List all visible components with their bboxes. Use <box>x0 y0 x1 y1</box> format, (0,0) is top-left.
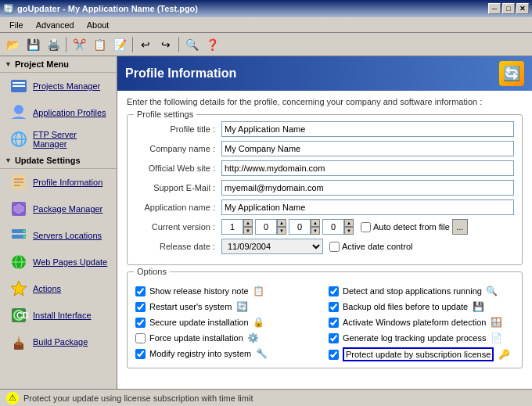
profile-title-input[interactable] <box>221 121 514 137</box>
version-down-1[interactable]: ▼ <box>243 227 253 235</box>
build-package-label: Build Package <box>33 337 88 347</box>
secure-update-label: Secure update installation <box>149 318 249 327</box>
restart-system-checkbox[interactable] <box>135 302 146 312</box>
project-menu-arrow: ▼ <box>5 60 12 68</box>
detect-stop-icon: 🔍 <box>486 285 498 297</box>
projects-manager-label: Projects Manager <box>33 81 100 91</box>
secure-update-checkbox[interactable] <box>135 318 146 328</box>
project-menu-header[interactable]: ▼ Project Menu <box>0 56 117 73</box>
install-interface-icon: CD <box>9 306 28 325</box>
ftp-server-icon <box>9 130 28 149</box>
minimize-button[interactable]: ─ <box>488 3 501 14</box>
svg-point-15 <box>23 230 26 232</box>
ftp-server-label: FTP Server Manager <box>33 130 110 149</box>
active-date-checkbox[interactable] <box>329 242 340 252</box>
toolbar-open[interactable]: 📂 <box>3 35 22 54</box>
browse-file-button[interactable]: ... <box>452 219 468 235</box>
auto-detect-label: Auto detect from file <box>373 222 450 232</box>
modify-registry-checkbox[interactable] <box>135 349 146 359</box>
sidebar-item-profile-information[interactable]: Profile Information <box>0 169 117 196</box>
version-field-2[interactable] <box>255 219 277 235</box>
company-name-row: Company name : <box>135 141 514 156</box>
active-date-container: Active date control <box>329 242 413 252</box>
option-protect-update: Protect update by subscription license 🔑 <box>329 347 514 361</box>
support-email-input[interactable] <box>221 180 514 196</box>
version-up-2[interactable]: ▲ <box>277 219 286 227</box>
version-up-3[interactable]: ▲ <box>311 219 320 227</box>
sidebar-item-install-interface[interactable]: CD Install Interface <box>0 302 117 329</box>
version-down-4[interactable]: ▼ <box>344 227 354 235</box>
statusbar-text: Protect your update using license subscr… <box>23 393 253 403</box>
close-button[interactable]: ✕ <box>516 3 529 14</box>
option-secure-update: Secure update installation 🔒 <box>135 316 321 329</box>
version-field-3[interactable] <box>289 219 311 235</box>
toolbar-help[interactable]: ❓ <box>203 35 221 54</box>
release-date-select[interactable]: 11/09/2004 <box>221 239 323 254</box>
sidebar-item-package-manager[interactable]: Package Manager <box>0 196 117 222</box>
content-title-bar: Profile Information 🔄 <box>117 56 532 91</box>
version-up-4[interactable]: ▲ <box>344 219 354 227</box>
content-title-icon: 🔄 <box>499 61 524 86</box>
generate-log-label: Generate log tracking update process <box>343 333 486 343</box>
update-settings-arrow: ▼ <box>5 156 12 164</box>
toolbar-cut[interactable]: ✂️ <box>70 35 88 54</box>
force-update-checkbox[interactable] <box>135 333 146 343</box>
profile-info-icon <box>9 173 28 192</box>
modify-registry-label: Modify registry into system <box>149 349 251 358</box>
menu-advanced[interactable]: Advanced <box>30 19 81 31</box>
sidebar-item-projects-manager[interactable]: Projects Manager <box>0 73 117 99</box>
sidebar-item-web-pages-update[interactable]: Web Pages Update <box>0 249 117 275</box>
web-pages-label: Web Pages Update <box>33 257 107 267</box>
toolbar-print[interactable]: 🖨️ <box>44 35 63 54</box>
generate-log-icon: 📄 <box>490 332 502 344</box>
show-release-checkbox[interactable] <box>135 286 146 296</box>
version-up-1[interactable]: ▲ <box>243 219 253 227</box>
sidebar-item-ftp-server-manager[interactable]: FTP Server Manager <box>0 126 117 153</box>
update-settings-header[interactable]: ▼ Update Settings <box>0 153 117 169</box>
option-force-update: Force update installation ⚙️ <box>135 332 321 344</box>
official-web-input[interactable] <box>221 160 514 176</box>
sidebar-item-build-package[interactable]: Build Package <box>0 329 117 355</box>
options-right-col: Detect and stop applications running 🔍 B… <box>329 285 514 361</box>
maximize-button[interactable]: □ <box>502 3 515 14</box>
version-field-4[interactable] <box>322 219 344 235</box>
option-restart-system: Restart user's system 🔄 <box>135 300 321 313</box>
titlebar-controls: ─ □ ✕ <box>488 3 529 14</box>
protect-update-checkbox[interactable] <box>329 350 339 360</box>
application-name-row: Application name : <box>135 199 514 215</box>
toolbar-separator-3 <box>178 37 179 52</box>
generate-log-checkbox[interactable] <box>329 333 339 343</box>
version-down-3[interactable]: ▼ <box>311 227 320 235</box>
backup-files-checkbox[interactable] <box>329 302 339 312</box>
actions-label: Actions <box>33 284 61 293</box>
version-down-2[interactable]: ▼ <box>277 227 286 235</box>
auto-detect-checkbox[interactable] <box>361 222 371 232</box>
toolbar: 📂 💾 🖨️ ✂️ 📋 📝 ↩ ↪ 🔍 ❓ <box>0 33 532 56</box>
toolbar-save[interactable]: 💾 <box>23 35 42 54</box>
install-interface-label: Install Interface <box>33 311 92 320</box>
profile-settings-legend: Profile settings <box>134 110 196 119</box>
restart-system-label: Restart user's system <box>149 302 232 311</box>
sidebar-item-servers-locations[interactable]: Servers Locations <box>0 222 117 249</box>
app-icon: 🔄 <box>3 4 14 14</box>
version-container: ▲ ▼ ▲ ▼ ▲ <box>221 219 514 235</box>
toolbar-copy[interactable]: 📋 <box>90 35 109 54</box>
content-area: Profile Information 🔄 Enter the followin… <box>117 56 532 389</box>
toolbar-redo[interactable]: ↪ <box>156 35 175 54</box>
menu-file[interactable]: File <box>3 19 30 31</box>
toolbar-undo[interactable]: ↩ <box>136 35 155 54</box>
svg-rect-25 <box>16 342 22 345</box>
application-name-input[interactable] <box>221 199 514 215</box>
sidebar-item-actions[interactable]: Actions <box>0 275 117 302</box>
protect-update-label: Protect update by subscription license <box>343 347 494 361</box>
toolbar-separator-1 <box>66 37 66 52</box>
sidebar-item-application-profiles[interactable]: Application Profiles <box>0 99 117 126</box>
release-date-label: Release date : <box>135 242 221 251</box>
detect-stop-checkbox[interactable] <box>329 286 339 296</box>
toolbar-search[interactable]: 🔍 <box>182 35 201 54</box>
version-field-1[interactable] <box>221 219 243 235</box>
menu-about[interactable]: About <box>81 19 116 31</box>
toolbar-paste[interactable]: 📝 <box>110 35 129 54</box>
activate-windows-checkbox[interactable] <box>329 318 339 328</box>
company-name-input[interactable] <box>221 141 514 156</box>
